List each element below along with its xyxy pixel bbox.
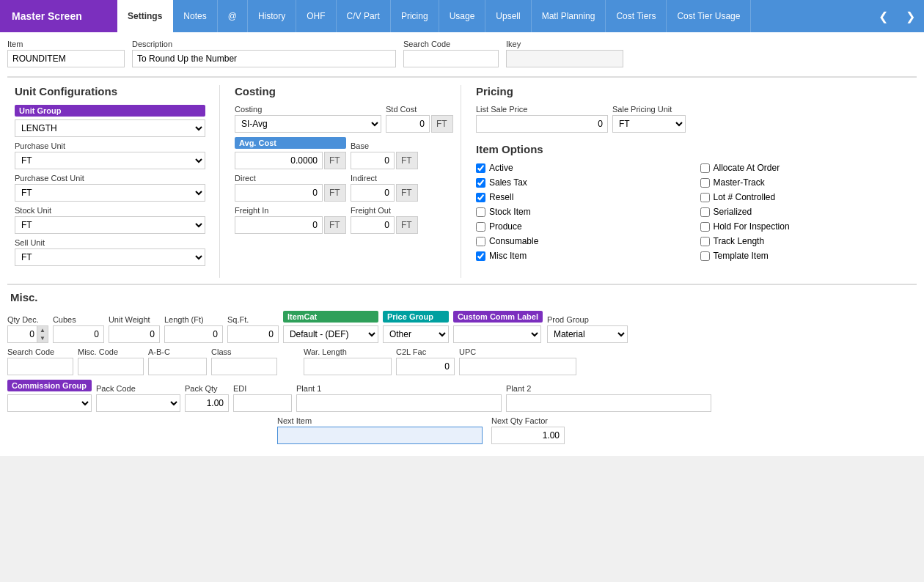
avg-cost-input[interactable] [235, 152, 323, 169]
sell-unit-label: Sell Unit [15, 238, 205, 247]
purchase-unit-col: Purchase Unit FTEALB [15, 141, 205, 169]
nav-tab-@[interactable]: @ [218, 0, 248, 32]
unit-group-select[interactable]: LENGTH WEIGHT AREA [15, 119, 205, 137]
nav-tab-history[interactable]: History [248, 0, 296, 32]
pack-code-select[interactable] [96, 394, 180, 412]
next-qty-factor-input[interactable] [491, 427, 565, 444]
checkbox-template-item-input[interactable] [700, 251, 710, 261]
checkbox-hold-inspection-input[interactable] [700, 222, 710, 232]
freight-in-label: Freight In [235, 206, 346, 215]
description-input[interactable] [132, 50, 396, 67]
nav-tab-cost-tiers[interactable]: Cost Tiers [606, 0, 667, 32]
checkbox-track-length: Track Length [700, 236, 910, 246]
checkbox-misc-item-input[interactable] [476, 251, 485, 261]
plant1-input[interactable] [296, 394, 502, 412]
costing-select[interactable]: SI-AvgStandardFIFO [235, 115, 381, 133]
freight-out-input[interactable] [351, 216, 395, 234]
class-col: Class [211, 347, 277, 375]
nav-tab-upsell[interactable]: Upsell [485, 0, 531, 32]
sq-ft-input[interactable] [227, 325, 279, 343]
nav-next-button[interactable]: ❯ [897, 0, 924, 32]
pack-code-col: Pack Code [96, 384, 180, 412]
misc-search-code-input[interactable] [7, 358, 73, 375]
misc-row-2: Search Code Misc. Code A-B-C Class War. … [7, 347, 917, 375]
purchase-cost-unit-select[interactable]: FTEALB [15, 184, 205, 202]
war-length-input[interactable] [304, 358, 392, 375]
search-code-input[interactable] [403, 50, 499, 67]
nav-prev-button[interactable]: ❮ [870, 0, 897, 32]
indirect-input[interactable] [351, 184, 395, 202]
pack-qty-input[interactable] [185, 394, 229, 412]
next-item-input[interactable] [277, 427, 483, 444]
list-sale-price-input[interactable] [476, 115, 608, 133]
nav-tab-settings[interactable]: Settings [117, 0, 173, 32]
nav-tab-pricing[interactable]: Pricing [391, 0, 439, 32]
abc-input[interactable] [148, 358, 207, 375]
std-cost-input[interactable] [386, 115, 430, 133]
direct-unit: FT [324, 184, 346, 202]
next-qty-factor-label: Next Qty Factor [491, 416, 565, 425]
checkbox-produce-label: Produce [489, 221, 522, 232]
item-cat-select[interactable]: Default - (DEF) Other Special [283, 325, 378, 343]
class-input[interactable] [211, 358, 277, 375]
unit-weight-input[interactable] [109, 325, 160, 343]
c2l-fac-input[interactable] [396, 358, 455, 375]
item-cat-col: ItemCat Default - (DEF) Other Special [283, 311, 378, 343]
ikey-label: Ikey [506, 40, 623, 48]
sell-unit-select[interactable]: FTEALB [15, 248, 205, 266]
item-field-group: Item [7, 40, 125, 67]
sale-pricing-unit-select[interactable]: FTEALB [612, 115, 686, 133]
pack-qty-label: Pack Qty [185, 384, 229, 393]
freight-out-num-row: FT [351, 216, 418, 234]
sell-unit-col: Sell Unit FTEALB [15, 238, 205, 266]
ikey-input[interactable] [506, 50, 623, 67]
nav-tab-c/v-part[interactable]: C/V Part [337, 0, 391, 32]
checkbox-allocate-label: Allocate At Order [714, 163, 780, 173]
price-group-select[interactable]: Other Standard Premium [383, 325, 449, 343]
length-ft-input[interactable] [164, 325, 223, 343]
qty-dec-down-btn[interactable]: ▼ [37, 334, 48, 342]
commission-group-select[interactable] [7, 394, 92, 412]
checkbox-sales-tax-input[interactable] [476, 178, 485, 188]
stock-unit-select[interactable]: FTEALB [15, 216, 205, 234]
checkbox-track-length-input[interactable] [700, 237, 710, 246]
nav-tab-matl-planning[interactable]: Matl Planning [532, 0, 606, 32]
checkbox-active-input[interactable] [476, 163, 485, 173]
freight-in-input[interactable] [235, 216, 323, 234]
base-label: Base [351, 141, 418, 150]
nav-tab-usage[interactable]: Usage [439, 0, 486, 32]
costing-std-row: Costing SI-AvgStandardFIFO Std Cost FT [235, 105, 453, 133]
checkbox-stock-item-input[interactable] [476, 207, 485, 217]
list-sale-price-col: List Sale Price [476, 105, 608, 133]
direct-input[interactable] [235, 184, 323, 202]
nav-tab-cost-tier-usage[interactable]: Cost Tier Usage [667, 0, 751, 32]
checkbox-master-track-input[interactable] [700, 178, 710, 188]
search-code-label: Search Code [403, 40, 499, 48]
checkbox-lot-controlled-input[interactable] [700, 193, 710, 202]
prod-group-select[interactable]: Material Service Labor [547, 325, 628, 343]
pricing-section: Pricing List Sale Price Sale Pricing Uni… [461, 85, 917, 278]
checkbox-resell-input[interactable] [476, 193, 485, 202]
nav-tab-notes[interactable]: Notes [173, 0, 217, 32]
cubes-input[interactable] [53, 325, 104, 343]
plant2-input[interactable] [506, 394, 711, 412]
qty-dec-up-btn[interactable]: ▲ [37, 326, 48, 334]
upc-input[interactable] [459, 358, 576, 375]
custom-comm-select[interactable] [453, 325, 541, 343]
list-sale-price-label: List Sale Price [476, 105, 608, 114]
checkbox-produce-input[interactable] [476, 222, 485, 232]
nav-tab-ohf[interactable]: OHF [296, 0, 336, 32]
checkbox-serialized-input[interactable] [700, 207, 710, 217]
misc-search-code-label: Search Code [7, 347, 73, 356]
misc-code-input[interactable] [78, 358, 144, 375]
edi-input[interactable] [233, 394, 292, 412]
purchase-unit-select[interactable]: FTEALB [15, 152, 205, 169]
pack-code-label: Pack Code [96, 384, 180, 393]
checkbox-consumable-input[interactable] [476, 237, 485, 246]
checkbox-consumable: Consumable [476, 236, 686, 246]
checkbox-allocate-input[interactable] [700, 163, 710, 173]
prod-group-col: Prod Group Material Service Labor [547, 315, 628, 343]
qty-dec-input[interactable] [7, 325, 37, 343]
item-input[interactable] [7, 50, 125, 67]
base-input[interactable] [351, 152, 395, 169]
